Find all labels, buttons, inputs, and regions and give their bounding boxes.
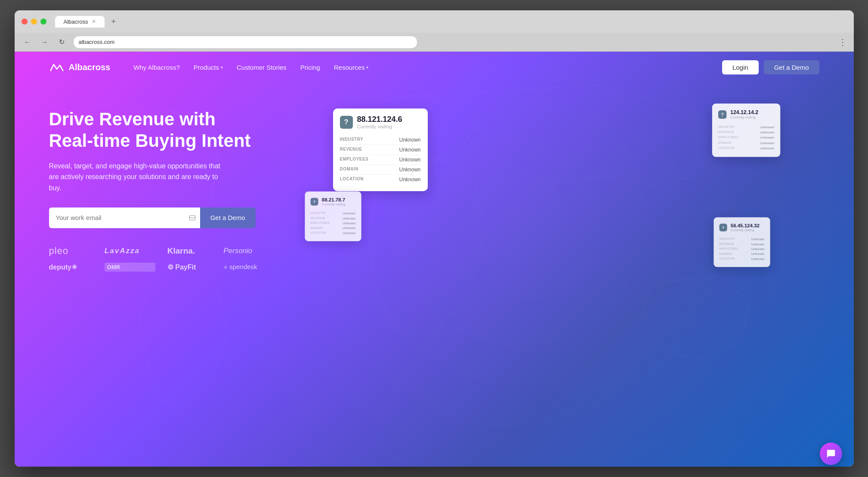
card-ip-br: 56.45.124.32 (730, 223, 759, 229)
card-visiting-main: Currently visiting (357, 124, 402, 129)
traffic-lights (22, 19, 46, 25)
reload-button[interactable]: ↻ (56, 36, 68, 48)
forward-button[interactable]: → (39, 36, 51, 48)
hero-right: ? 88.121.124.6 Currently visiting INDUST… (299, 100, 819, 281)
card-question-icon-br: ? (719, 223, 727, 231)
card-row-sm-location: LOCATION Unknown (718, 146, 774, 151)
card-header-br: ? 56.45.124.32 Currently visiting (719, 223, 764, 232)
hero-subtitle: Reveal, target, and engage high-value op… (49, 161, 230, 194)
ip-card-mid-left: ? 88.21.78.7 Currently visiting INDUSTRY… (305, 192, 361, 242)
card-row-location: LOCATION Unknown (340, 175, 421, 184)
email-form: Get a Demo (49, 208, 256, 228)
hero-title: Drive Revenue with Real-time Buying Inte… (49, 108, 273, 152)
card-ip-main: 88.121.124.6 (357, 115, 402, 124)
login-button[interactable]: Login (722, 60, 759, 74)
browser-menu-icon[interactable]: ⋮ (838, 37, 847, 47)
site-navbar: Albacross Why Albacross? Products ▾ Cust… (15, 52, 854, 83)
tab-close-icon[interactable]: ✕ (92, 19, 96, 25)
card-ip-ml: 88.21.78.7 (321, 197, 345, 203)
browser-tab[interactable]: Albacross ✕ (55, 16, 105, 28)
logo-spendesk: ⟡ spendesk (223, 263, 272, 271)
card-row-sm-domain: DOMAIN Unknown (718, 140, 774, 146)
card-row-employees: EMPLOYEES Unknown (340, 155, 421, 165)
card-row-domain: DOMAIN Unknown (340, 165, 421, 175)
card-row-revenue: REVENUE Unknown (340, 145, 421, 155)
back-button[interactable]: ← (22, 36, 34, 48)
card-question-icon-ml: ? (310, 198, 318, 205)
brand-logos: pleo LavAzza Klarna. Personio deputy✳ OM… (49, 245, 273, 272)
close-button[interactable] (22, 19, 28, 25)
maximize-button[interactable] (40, 19, 46, 25)
page-content: Albacross Why Albacross? Products ▾ Cust… (15, 52, 854, 467)
card-header-ml: ? 88.21.78.7 Currently visiting (310, 197, 355, 206)
nav-pricing[interactable]: Pricing (294, 60, 326, 74)
email-input[interactable] (49, 208, 185, 228)
chat-bubble[interactable] (820, 443, 842, 465)
nav-products[interactable]: Products ▾ (188, 60, 229, 74)
browser-titlebar: Albacross ✕ + (15, 10, 854, 33)
email-icon (185, 208, 200, 228)
svg-rect-4 (189, 215, 195, 220)
url-bar[interactable]: albacross.com (73, 36, 417, 49)
minimize-button[interactable] (31, 19, 37, 25)
browser-window: Albacross ✕ + ← → ↻ albacross.com ⋮ (15, 10, 854, 467)
card-row-sm-revenue: REVENUE Unknown (718, 130, 774, 135)
svg-point-2 (640, 299, 643, 303)
browser-navbar: ← → ↻ albacross.com ⋮ (15, 33, 854, 52)
nav-why[interactable]: Why Albacross? (127, 60, 186, 74)
new-tab-button[interactable]: + (111, 17, 116, 26)
logo-personio: Personio (223, 247, 272, 255)
logo-pleo: pleo (49, 245, 93, 257)
ip-card-top-right: ? 124.12.14.2 Currently visiting INDUSTR… (712, 103, 780, 157)
card-visiting-br: Currently visiting (730, 228, 759, 232)
logo-deputy: deputy✳ (49, 263, 93, 271)
products-dropdown-icon: ▾ (221, 65, 223, 70)
hero-left: Drive Revenue with Real-time Buying Inte… (49, 100, 273, 272)
ip-card-main: ? 88.121.124.6 Currently visiting INDUST… (333, 108, 428, 191)
card-question-icon: ? (340, 116, 353, 129)
logo-payfit: ⚙ PayFit (167, 263, 211, 271)
card-row-sm-employees: EMPLOYEES Unknown (718, 135, 774, 140)
card-row-industry: INDUSTRY Unknown (340, 135, 421, 145)
logo-omr: OMR (105, 263, 155, 272)
nav-customer-stories[interactable]: Customer Stories (231, 60, 293, 74)
logo-lavazza: LavAzza (105, 247, 155, 255)
card-question-icon-tr: ? (718, 110, 726, 118)
card-header-main: ? 88.121.124.6 Currently visiting (340, 115, 421, 129)
site-logo[interactable]: Albacross (49, 62, 111, 72)
card-visiting-ml: Currently visiting (321, 202, 345, 206)
card-header-tr: ? 124.12.14.2 Currently visiting (718, 110, 774, 119)
nav-actions: Login Get a Demo (722, 60, 819, 74)
card-ip-tr: 124.12.14.2 (730, 110, 758, 116)
ip-card-bottom-right: ? 56.45.124.32 Currently visiting INDUST… (714, 217, 770, 267)
nav-resources[interactable]: Resources ▾ (328, 60, 375, 74)
card-visiting-tr: Currently visiting (730, 115, 758, 119)
url-text: albacross.com (79, 39, 115, 45)
hero-section: Drive Revenue with Real-time Buying Inte… (15, 83, 854, 281)
card-row-sm-industry: INDUSTRY Unknown (718, 124, 774, 130)
get-demo-nav-button[interactable]: Get a Demo (764, 60, 819, 74)
get-demo-hero-button[interactable]: Get a Demo (200, 208, 256, 228)
nav-links: Why Albacross? Products ▾ Customer Stori… (127, 60, 722, 74)
resources-dropdown-icon: ▾ (366, 65, 368, 70)
tab-label: Albacross (64, 19, 88, 25)
logo-text: Albacross (69, 62, 111, 72)
logo-klarna: Klarna. (167, 246, 211, 256)
